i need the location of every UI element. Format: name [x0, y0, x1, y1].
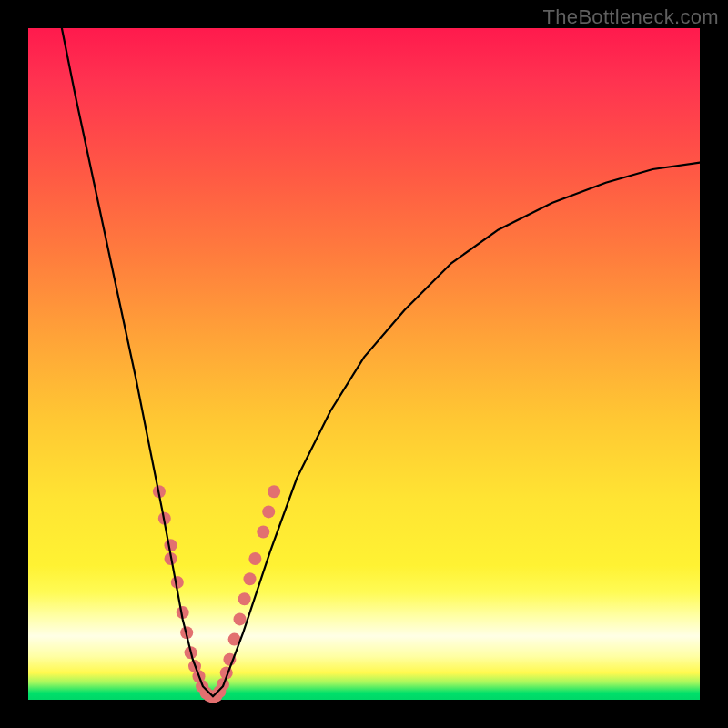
data-marker — [234, 612, 247, 625]
watermark-text: TheBottleneck.com — [543, 5, 719, 29]
data-marker — [268, 485, 280, 498]
markers-group — [153, 485, 280, 703]
data-marker — [248, 552, 261, 565]
data-marker — [262, 505, 275, 518]
data-marker — [238, 592, 251, 605]
data-marker — [244, 572, 257, 585]
chart-svg — [28, 28, 700, 700]
bottleneck-curve — [62, 28, 700, 696]
outer-frame: TheBottleneck.com — [0, 0, 728, 728]
data-marker — [257, 526, 269, 539]
plot-area — [28, 28, 700, 700]
